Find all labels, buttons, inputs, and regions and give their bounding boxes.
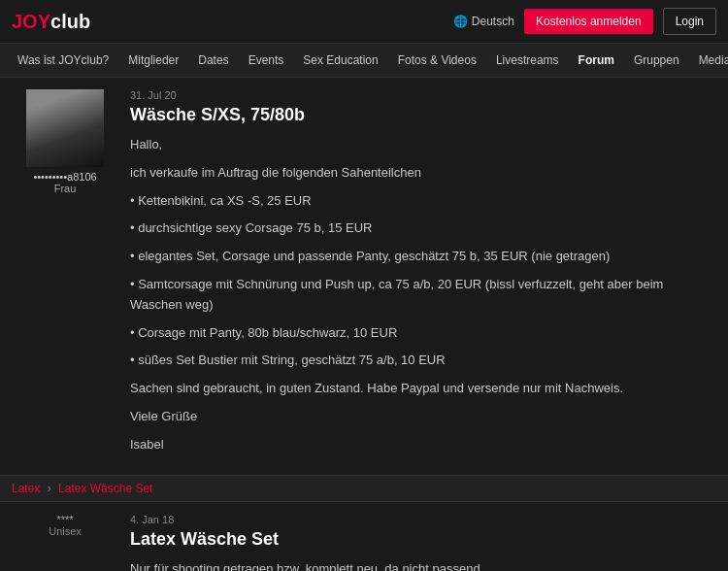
register-button[interactable]: Kostenlos anmelden [524,9,653,34]
post-1-role: Frau [12,183,118,194]
post-1-line-2: • Kettenbikini, ca XS -S, 25 EUR [130,191,716,212]
breadcrumb-latex-waesche-set[interactable]: Latex Wäsche Set [58,482,152,495]
post-2-username: **** [12,514,118,525]
avatar-image [26,89,104,167]
post-2-sidebar: **** Unisex [12,514,118,571]
header-right: 🌐 Deutsch Kostenlos anmelden Login [453,8,716,35]
globe-icon: 🌐 [453,15,468,28]
nav-item-gruppen[interactable]: Gruppen [624,44,689,77]
post-2: **** Unisex 4. Jan 18 Latex Wäsche Set N… [0,502,728,571]
logo-club: club [50,11,90,32]
nav-item-was-ist-joyclub[interactable]: Was ist JOYclub? [8,44,118,77]
logo-joy: JOY [12,11,50,32]
nav-item-fotos-videos[interactable]: Fotos & Videos [388,44,486,77]
post-1-text: Hallo, ich verkaufe im Auftrag die folge… [130,135,716,455]
breadcrumb: Latex › Latex Wäsche Set [0,476,728,502]
nav-item-sex-education[interactable]: Sex Education [293,44,387,77]
post-1-line-6: • Corsage mit Panty, 80b blau/schwarz, 1… [130,323,716,344]
lang-label: Deutsch [472,15,514,28]
login-button[interactable]: Login [663,8,716,35]
nav-item-mediathek[interactable]: Mediathek [689,44,728,77]
post-1-date: 31. Jul 20 [130,89,716,101]
post-1-line-4: • elegantes Set, Corsage und passende Pa… [130,247,716,267]
post-2-text: Nur für shooting getragen bzw. komplett … [130,559,716,571]
post-1-line-5: • Samtcorsage mit Schnürung und Push up,… [130,275,716,316]
post-2-body: 4. Jan 18 Latex Wäsche Set Nur für shoot… [130,514,716,571]
post-1: •••••••••a8106 Frau 31. Jul 20 Wäsche S/… [0,78,728,476]
nav-item-mitglieder[interactable]: Mitglieder [118,44,188,77]
post-1-body: 31. Jul 20 Wäsche S/XS, 75/80b Hallo, ic… [130,89,716,463]
breadcrumb-separator: › [48,482,51,495]
nav-item-events[interactable]: Events [239,44,294,77]
avatar [26,89,104,167]
nav-item-livestreams[interactable]: Livestreams [486,44,569,77]
content: •••••••••a8106 Frau 31. Jul 20 Wäsche S/… [0,78,728,571]
post-1-line-3: • durchsichtige sexy Corsage 75 b, 15 EU… [130,218,716,239]
post-1-line-1: ich verkaufe im Auftrag die folgenden Sa… [130,163,716,184]
language-selector[interactable]: 🌐 Deutsch [453,15,514,28]
nav-item-forum[interactable]: Forum [569,44,624,77]
post-1-line-0: Hallo, [130,135,716,155]
post-2-title: Latex Wäsche Set [130,529,716,550]
post-1-line-7: • süßes Set Bustier mit String, geschätz… [130,351,716,371]
main-nav: Was ist JOYclub? Mitglieder Dates Events… [0,44,728,78]
post-2-date: 4. Jan 18 [130,514,716,525]
post-1-line-11: Viele Grüße [130,407,716,427]
header: JOYclub 🌐 Deutsch Kostenlos anmelden Log… [0,0,728,44]
post-1-line-13: Isabel [130,435,716,455]
post-2-role: Unisex [12,525,118,537]
nav-item-dates[interactable]: Dates [188,44,238,77]
post-1-sidebar: •••••••••a8106 Frau [12,89,118,463]
post-1-username: •••••••••a8106 [12,171,118,183]
post-2-line-0: Nur für shooting getragen bzw. komplett … [130,559,716,571]
logo: JOYclub [12,11,90,33]
breadcrumb-latex[interactable]: Latex [12,482,40,495]
post-1-title: Wäsche S/XS, 75/80b [130,105,716,125]
post-1-line-9: Sachen sind gebraucht, in guten Zustand.… [130,379,716,399]
